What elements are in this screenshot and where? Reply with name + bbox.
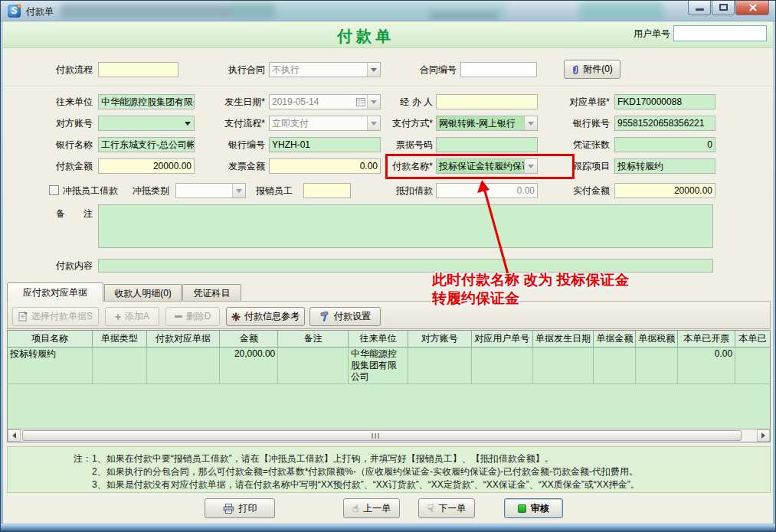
column-header: 项目名称	[8, 331, 93, 348]
bank-name-field[interactable]: 工行东城支行-总公司帐	[98, 137, 195, 152]
pay-flow-select[interactable]: 立即支付	[269, 116, 381, 131]
pay-method-select[interactable]: 网银转账-网上银行	[436, 116, 538, 131]
cell-user-no[interactable]	[472, 348, 533, 384]
scrollbar-thumb[interactable]	[22, 430, 742, 441]
app-icon: S	[8, 5, 21, 18]
cell-extra[interactable]	[735, 348, 770, 384]
scroll-left-button[interactable]	[8, 429, 21, 442]
offset-loan-checkbox[interactable]	[49, 185, 59, 195]
party-account-select[interactable]	[98, 116, 195, 131]
bank-code-field[interactable]: YHZH-01	[269, 137, 381, 152]
offset-type-select[interactable]	[175, 183, 246, 198]
expense-emp-input[interactable]	[303, 183, 351, 198]
pay-flow-value: 立即支付	[270, 116, 367, 130]
close-button[interactable]	[735, 1, 769, 15]
user-no-input[interactable]	[673, 25, 767, 41]
print-button[interactable]: 打印	[205, 498, 275, 518]
tab-voucher-subjects[interactable]: 凭证科目	[182, 284, 241, 302]
track-item-field[interactable]: 投标转履约	[614, 158, 715, 174]
chevron-down-icon[interactable]	[367, 116, 380, 130]
cell-project-name[interactable]: 投标转履约	[8, 348, 93, 384]
window-border-right	[773, 21, 775, 531]
cell-remark[interactable]	[278, 348, 349, 384]
occur-date-picker[interactable]: 2019-05-14	[269, 94, 381, 109]
partner-field[interactable]: 中华能源控股集团有限公司	[98, 94, 195, 109]
ref-doc-field[interactable]: FKD170000088	[614, 94, 715, 109]
bill-no-field[interactable]	[436, 137, 538, 152]
column-header: 金额	[220, 331, 278, 348]
cell-doc-type[interactable]	[93, 348, 147, 384]
annotation-arrow	[460, 179, 529, 276]
cell-partner[interactable]: 中华能源控股集团有限公司	[349, 348, 408, 384]
cell-invoiced[interactable]: 0.00	[678, 348, 735, 384]
note-line-3: 3、如果是付款没有对应付款单据，请在付款名称中写明“XX预付款”、“XX订货款”…	[92, 478, 640, 491]
chevron-down-icon[interactable]	[232, 184, 245, 197]
partner-label: 往来单位	[31, 94, 93, 109]
actual-amount-input[interactable]: 20000.00	[614, 183, 715, 198]
maximize-button[interactable]	[712, 1, 735, 15]
pay-amount-input[interactable]: 20000.00	[98, 158, 195, 174]
minimize-button[interactable]	[688, 1, 711, 15]
prev-doc-button[interactable]: ☝ 上一单	[343, 498, 400, 518]
next-doc-label: 下一单	[438, 502, 466, 515]
chevron-down-icon[interactable]	[181, 116, 194, 130]
paperclip-icon	[571, 64, 579, 75]
bank-code-label: 银行编号	[214, 137, 265, 152]
table-row[interactable]: 投标转履约 20,000.00 中华能源控股集团有限公司 0.00	[8, 348, 770, 384]
occur-date-label: 发生日期*	[214, 94, 265, 109]
handler-input[interactable]	[436, 94, 538, 109]
cell-doc-date[interactable]	[533, 348, 594, 384]
column-header: 单据金额	[594, 331, 636, 348]
exec-contract-select[interactable]: 不执行	[269, 62, 381, 77]
chevron-down-icon[interactable]	[524, 116, 537, 130]
cell-doc-amount[interactable]	[594, 348, 636, 384]
remark-label: 备 注	[31, 206, 93, 221]
window-controls	[687, 1, 769, 15]
tab-payable-docs[interactable]: 应付款对应单据	[7, 282, 103, 302]
voucher-count-label: 凭证张数	[545, 137, 610, 152]
actual-amount-label: 实付金额	[545, 183, 610, 198]
tab-payee-detail[interactable]: 收款人明细(0)	[104, 284, 182, 302]
cell-pay-doc[interactable]	[147, 348, 221, 384]
hand-down-icon: ☟	[427, 503, 434, 514]
exec-contract-value: 不执行	[270, 63, 367, 77]
column-header: 单据税额	[636, 331, 678, 348]
document-icon	[18, 312, 28, 321]
bank-account-field[interactable]: 95581520658356221	[614, 116, 715, 131]
add-button[interactable]: + 添加A	[105, 307, 159, 326]
cell-doc-tax[interactable]	[636, 348, 678, 384]
contract-no-input[interactable]	[460, 62, 537, 77]
horizontal-scrollbar[interactable]	[8, 429, 770, 442]
payment-flow-label: 付款流程	[31, 62, 93, 77]
delete-button-label: 删除D	[186, 310, 211, 323]
chevron-down-icon[interactable]	[367, 63, 380, 77]
voucher-count-field[interactable]: 0	[614, 137, 715, 152]
notes-panel: 注：1、如果在付款中要“报销员工借款”，请在【冲抵员工借款】上打钩，并填写好【报…	[7, 446, 771, 493]
print-button-label: 打印	[239, 502, 257, 515]
exec-contract-label: 执行合同	[224, 62, 265, 77]
scroll-right-button[interactable]	[757, 429, 770, 442]
deduct-loan-label: 抵扣借款	[382, 183, 433, 198]
remark-textarea[interactable]	[98, 204, 713, 248]
next-doc-button[interactable]: ☟ 下一单	[418, 498, 475, 518]
pay-method-value: 网银转账-网上银行	[437, 116, 524, 130]
window-border-bottom	[1, 524, 775, 531]
cell-amount[interactable]: 20,000.00	[220, 348, 278, 384]
payment-info-reference-button[interactable]: 付款信息参考	[226, 307, 305, 326]
chevron-down-icon[interactable]	[367, 95, 380, 109]
payment-settings-label: 付款设置	[334, 310, 371, 323]
invoice-amount-input[interactable]: 0.00	[269, 158, 381, 174]
payment-flow-input[interactable]	[98, 62, 178, 77]
cell-party-account[interactable]	[408, 348, 472, 384]
payment-settings-button[interactable]: 付款设置	[309, 307, 381, 326]
window-border-left	[1, 21, 3, 531]
delete-button[interactable]: 删除D	[165, 307, 220, 326]
audit-button[interactable]: 审核	[504, 498, 563, 518]
minimize-icon	[696, 8, 704, 11]
attachment-button[interactable]: 附件(0)	[564, 60, 620, 79]
offset-type-label: 冲抵类别	[133, 183, 171, 198]
offset-type-value	[176, 184, 232, 197]
contract-no-label: 合同编号	[414, 62, 457, 77]
party-account-label: 对方账号	[31, 116, 93, 131]
select-payment-doc-button[interactable]: 选择付款单据S	[12, 307, 99, 326]
